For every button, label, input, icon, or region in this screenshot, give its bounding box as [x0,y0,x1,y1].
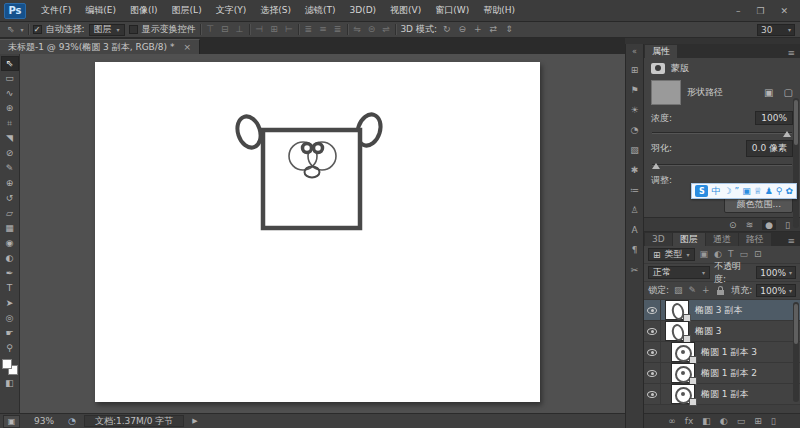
minimize-button[interactable]: – [736,6,741,16]
account-icon[interactable]: ♟ [765,187,773,196]
delete-layer-icon[interactable]: ▯ [771,417,776,426]
distribute-left-icon[interactable]: ⇋ [352,25,363,34]
eye-icon[interactable] [647,349,657,356]
character-panel-icon[interactable]: ♙ [628,204,642,216]
lock-position-icon[interactable]: ∔ [701,286,711,295]
quick-selection-tool[interactable]: ⊛ [1,101,19,116]
new-layer-icon[interactable]: ⊞ [754,417,762,426]
scrollbar-thumb[interactable] [794,304,798,344]
layer-name[interactable]: 椭圆 3 副本 [695,304,742,317]
layer-row-ellipse-3-copy[interactable]: 椭圆 3 副本 [644,300,800,321]
filter-adjustment-layers-icon[interactable]: ◐ [713,250,723,259]
visibility-cell[interactable] [644,363,661,383]
blend-mode-dropdown[interactable]: 正常 ▾ [648,266,710,279]
lock-transparency-icon[interactable]: ▨ [673,286,684,295]
rectangular-marquee-tool[interactable]: ▭ [1,71,19,86]
fill-input[interactable]: 100% ▾ [756,284,796,297]
clone-stamp-tool[interactable]: ⊕ [1,176,19,191]
eyedropper-tool[interactable]: ◥ [1,131,19,146]
path-selection-tool[interactable]: ➤ [1,296,19,311]
halfwidth-icon[interactable]: ☽ [723,187,731,196]
crop-tool[interactable]: ⌗ [1,116,19,131]
character-styles-panel-icon[interactable]: A [628,224,642,236]
foreground-color-swatch[interactable] [2,359,12,369]
layer-effects-icon[interactable]: fx [685,417,694,426]
3d-slide-icon[interactable]: ⇄ [488,25,500,34]
visibility-cell[interactable] [644,384,661,404]
brush-tool[interactable]: ✎ [1,161,19,176]
zoom-tool[interactable]: ⚲ [1,341,19,356]
eye-icon[interactable] [647,391,657,398]
zoom-level-field[interactable]: 93% [28,416,60,426]
menu-type[interactable]: 文字(Y) [209,0,254,21]
menu-help[interactable]: 帮助(H) [476,0,522,21]
filter-type-layers-icon[interactable]: T [727,250,735,259]
scrollbar-thumb[interactable] [794,100,798,145]
tab-properties[interactable]: 属性 [645,45,677,58]
distribute-hcenter-icon[interactable]: ⊜ [366,25,377,34]
menu-view[interactable]: 视图(V) [383,0,428,21]
ime-logo-icon[interactable]: S [695,185,708,197]
align-hcenter-icon[interactable]: ⊞ [269,25,280,34]
quick-mask-button[interactable]: ◧ [1,376,19,391]
layer-thumbnail[interactable] [672,364,694,382]
add-vector-mask-icon[interactable]: ▢ [784,87,793,98]
menu-edit[interactable]: 编辑(E) [78,0,123,21]
delete-mask-icon[interactable]: ▯ [785,220,790,230]
align-left-icon[interactable]: ⊣ [254,25,265,34]
tool-preset-icon[interactable]: ⇖ [5,25,17,34]
feather-slider[interactable] [652,164,792,166]
ellipse-tool[interactable]: ◎ [1,311,19,326]
layer-group-icon[interactable]: ▭ [737,417,746,426]
feather-value-input[interactable]: 0.0 像素 [746,140,793,157]
expand-panels-icon[interactable]: « [632,47,637,56]
settings-icon[interactable]: ✿ [785,187,793,196]
close-tab-icon[interactable]: × [183,42,191,52]
clone-source-panel-icon[interactable]: ≔ [628,184,642,196]
filter-pixel-layers-icon[interactable]: ▣ [699,250,710,259]
emoji-icon[interactable]: ▣ [742,187,751,196]
type-tool[interactable]: T [1,281,19,296]
color-swatches[interactable] [2,359,18,375]
hand-tool[interactable]: ☛ [1,326,19,341]
distribute-right-icon[interactable]: ⇌ [381,25,392,34]
layer-name[interactable]: 椭圆 1 副本 3 [701,346,757,359]
opacity-input[interactable]: 100% ▾ [756,266,796,279]
document-tab[interactable]: 未标题-1 @ 93%(椭圆 3 副本, RGB/8) * × [0,39,200,54]
apply-mask-icon[interactable]: ≋ [746,220,754,230]
visibility-cell[interactable] [644,342,661,362]
layer-row-ellipse-3[interactable]: 椭圆 3 [644,321,800,342]
menu-select[interactable]: 选择(S) [253,0,298,21]
visibility-cell[interactable] [644,321,661,341]
properties-scrollbar[interactable] [793,98,799,228]
density-slider-thumb[interactable] [783,131,791,137]
tab-layers[interactable]: 图层 [673,233,705,246]
dodge-tool[interactable]: ◐ [1,251,19,266]
eye-icon[interactable] [647,370,657,377]
menu-3d[interactable]: 3D(D) [342,0,383,21]
skin-icon[interactable]: ♕ [754,187,762,196]
layer-thumbnail[interactable] [666,322,688,340]
mask-thumbnail[interactable] [651,80,681,105]
tab-channels[interactable]: 通道 [706,233,738,246]
align-top-icon[interactable]: ⊤ [205,25,216,34]
menu-file[interactable]: 文件(F) [34,0,78,21]
visibility-cell[interactable] [644,300,661,320]
auto-select-dropdown[interactable]: 图层▾ [89,24,125,36]
3d-pan-icon[interactable]: ∔ [472,25,484,34]
panel-menu-icon[interactable]: ≡ [783,236,799,246]
layer-name[interactable]: 椭圆 1 副本 2 [701,367,757,380]
lock-all-icon[interactable] [717,290,724,295]
align-vcenter-icon[interactable]: ⊟ [219,25,230,34]
auto-select-checkbox[interactable]: ✓ [33,25,42,34]
filter-type-dropdown[interactable]: ⊞ 类型 ▾ [648,248,695,261]
restore-button[interactable]: ❐ [756,6,764,16]
distribute-bottom-icon[interactable]: ≣ [332,25,343,34]
layer-thumbnail[interactable] [666,301,688,319]
add-pixel-mask-icon[interactable]: ▣ [764,87,773,98]
add-layer-mask-icon[interactable]: ◧ [702,417,711,426]
canvas-workspace[interactable] [20,54,625,413]
layer-row-ellipse-1-copy[interactable]: 椭圆 1 副本 [644,384,800,405]
tool-preset-arrow-icon[interactable]: ▾ [21,27,24,33]
distribute-top-icon[interactable]: ≣ [303,25,314,34]
